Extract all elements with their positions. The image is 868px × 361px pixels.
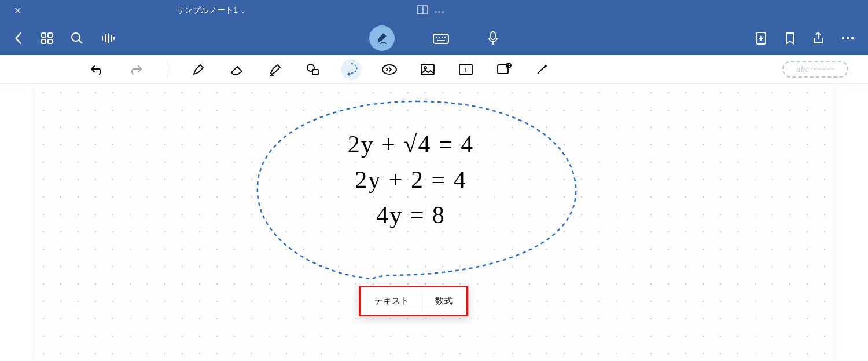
grid-icon[interactable] [41, 32, 53, 45]
svg-rect-35 [421, 64, 434, 75]
bookmark-icon[interactable] [785, 31, 795, 45]
svg-rect-0 [417, 6, 428, 14]
close-button[interactable]: ✕ [14, 5, 21, 16]
canvas-container: 2y + √4 = 4 2y + 2 = 4 4y = 8 テキスト 数式 [0, 84, 868, 361]
text-tool-icon[interactable]: T [455, 59, 476, 80]
svg-point-31 [307, 64, 314, 71]
undo-icon[interactable] [87, 59, 108, 80]
action-row [0, 21, 868, 55]
top-nav-bar: ✕ サンプルノート1 ⌄ [0, 0, 868, 55]
document-title-dropdown[interactable]: サンプルノート1 ⌄ [176, 5, 246, 16]
ocr-input-placeholder[interactable]: abc ~~~~~ [782, 61, 848, 78]
editing-toolbar: T abc ~~~~~ [0, 55, 868, 84]
svg-text:T: T [464, 65, 468, 74]
share-icon[interactable] [812, 31, 824, 45]
back-button[interactable] [14, 32, 23, 45]
redo-icon[interactable] [125, 59, 146, 80]
equation-line-2: 2y + 2 = 4 [289, 162, 532, 198]
svg-point-27 [842, 37, 844, 39]
lasso-tool-icon[interactable] [341, 59, 362, 80]
svg-point-33 [348, 72, 351, 75]
svg-rect-6 [48, 33, 52, 37]
audio-wave-icon[interactable] [101, 32, 115, 45]
svg-rect-7 [42, 39, 46, 43]
title-row: ✕ サンプルノート1 ⌄ [0, 0, 868, 21]
add-page-icon[interactable] [755, 31, 767, 45]
search-icon[interactable] [71, 32, 83, 45]
svg-point-3 [438, 11, 440, 13]
svg-point-4 [442, 11, 444, 13]
window-dots-icon[interactable] [434, 6, 444, 16]
image-tool-icon[interactable] [417, 59, 438, 80]
handwritten-math: 2y + √4 = 4 2y + 2 = 4 4y = 8 [289, 127, 532, 233]
svg-rect-22 [491, 32, 495, 39]
svg-point-29 [851, 37, 854, 39]
equation-line-1: 2y + √4 = 4 [289, 127, 532, 162]
keyboard-icon[interactable] [432, 32, 450, 45]
svg-point-34 [382, 65, 396, 74]
stamp-tool-icon[interactable] [379, 59, 400, 80]
convert-to-text-button[interactable]: テキスト [362, 289, 422, 313]
shapes-tool-icon[interactable] [303, 59, 323, 80]
draw-mode-button[interactable] [369, 25, 395, 51]
svg-point-28 [847, 37, 849, 39]
convert-popup: テキスト 数式 [359, 279, 468, 316]
equation-line-3: 4y = 8 [289, 198, 532, 233]
svg-point-2 [435, 11, 437, 13]
svg-point-9 [72, 33, 80, 41]
mic-icon[interactable] [487, 31, 499, 46]
popup-arrow [408, 279, 420, 286]
svg-point-36 [424, 67, 426, 69]
pen-tool-icon[interactable] [188, 59, 209, 80]
ocr-placeholder-text: abc ~~~~~ [796, 64, 834, 74]
more-icon[interactable] [841, 37, 854, 40]
link-tool-icon[interactable] [494, 59, 514, 80]
convert-to-formula-button[interactable]: 数式 [422, 289, 465, 313]
chevron-down-icon: ⌄ [240, 6, 246, 14]
svg-rect-5 [42, 33, 46, 37]
highlighter-tool-icon[interactable] [264, 59, 285, 80]
magic-tool-icon[interactable] [532, 59, 553, 80]
multitask-icon[interactable] [417, 5, 428, 17]
svg-line-10 [79, 40, 82, 43]
document-title-text: サンプルノート1 [176, 5, 238, 16]
eraser-tool-icon[interactable] [226, 59, 247, 80]
note-canvas[interactable]: 2y + √4 = 4 2y + 2 = 4 4y = 8 テキスト 数式 [35, 84, 833, 361]
svg-rect-16 [433, 34, 448, 43]
toolbar-divider [167, 62, 167, 77]
svg-rect-8 [48, 39, 52, 43]
